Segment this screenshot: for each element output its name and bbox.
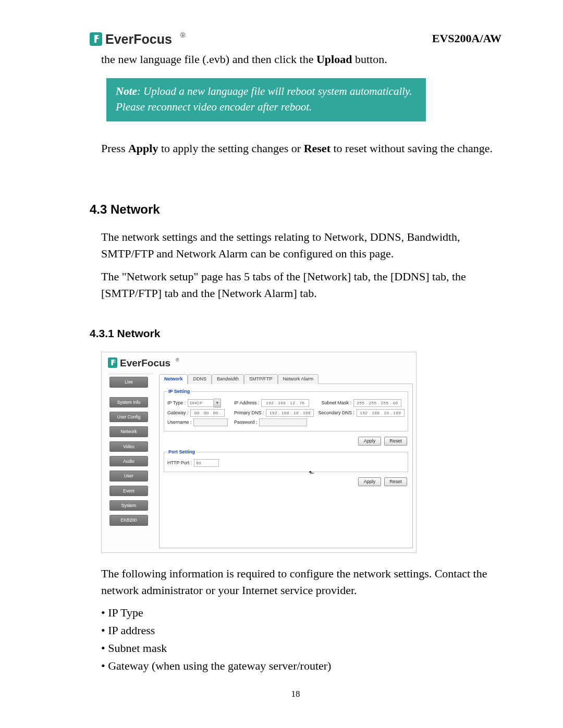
intro-bold-upload: Upload xyxy=(316,53,352,66)
label-ip-type: IP Type : xyxy=(167,400,186,406)
sidebar-item-ekb200[interactable]: EKB200 xyxy=(109,515,148,525)
tab-ddns[interactable]: DDNS xyxy=(188,374,212,384)
page-number: 18 xyxy=(90,688,501,701)
label-primary-dns: Primary DNS : xyxy=(234,410,264,416)
list-item: Subnet mask xyxy=(101,640,501,657)
primary-dns-field[interactable]: 192 . 168 . 10 . 188 xyxy=(266,409,314,417)
subnet-mask-field[interactable]: 255 . 255 . 255 . 00 xyxy=(353,399,401,407)
press-apply-line: Press Apply to apply the setting changes… xyxy=(101,140,501,157)
ss-sidebar: Live System Info User Config Network Vid… xyxy=(102,372,156,533)
required-info-list: IP Type IP address Subnet mask Gateway (… xyxy=(101,604,501,674)
http-port-field[interactable]: 80 xyxy=(194,459,219,467)
tab-bandwidth[interactable]: Bandwidth xyxy=(212,374,244,384)
tab-network-alarm[interactable]: Network Alarm xyxy=(278,374,319,384)
sidebar-item-network[interactable]: Network xyxy=(109,426,148,437)
sidebar-item-audio[interactable]: Audio xyxy=(109,456,148,466)
label-gateway: Gateway : xyxy=(167,410,189,416)
section-heading: 4.3 Network xyxy=(90,201,501,219)
note-text: : Upload a new language file will reboot… xyxy=(116,85,412,113)
list-item: IP Type xyxy=(101,604,501,621)
svg-point-1 xyxy=(97,36,100,38)
label-ip-address: IP Address : xyxy=(234,400,259,406)
press-reset-bold: Reset xyxy=(304,142,331,155)
sidebar-item-event[interactable]: Event xyxy=(109,486,148,496)
gateway-field[interactable]: 00 . 00 . 00 . 00 xyxy=(190,409,225,417)
username-field[interactable] xyxy=(193,418,228,426)
sidebar-item-video[interactable]: Video xyxy=(109,441,148,452)
ip-setting-legend: IP Setting xyxy=(167,388,191,395)
registered-mark: ® xyxy=(180,31,186,41)
reset-button-2[interactable]: Reset xyxy=(384,477,407,486)
reset-button[interactable]: Reset xyxy=(384,437,407,446)
port-setting-legend: Port Setting xyxy=(167,449,196,455)
sidebar-item-user-config[interactable]: User Config xyxy=(109,412,148,422)
label-subnet-mask: Subnet Mask : xyxy=(321,400,351,406)
apply-button-2[interactable]: Apply xyxy=(358,477,381,486)
sidebar-item-user[interactable]: User xyxy=(109,471,148,481)
network-settings-screenshot: EverFocus ® Live System Info User Config… xyxy=(101,352,417,552)
note-label: Note xyxy=(116,85,137,97)
subsection-heading: 4.3.1 Network xyxy=(90,326,501,341)
tab-smtp-ftp[interactable]: SMTP/FTP xyxy=(244,374,278,384)
label-secondary-dns: Secondary DNS : xyxy=(318,410,354,416)
ss-tabs: Network DDNS Bandwidth SMTP/FTP Network … xyxy=(159,374,413,383)
ip-type-select[interactable]: DHCP ▾ xyxy=(188,399,221,408)
apply-button[interactable]: Apply xyxy=(358,437,381,446)
intro-text: the new language file (.evb) and then cl… xyxy=(101,53,316,66)
intro-suffix: button. xyxy=(352,53,387,66)
sidebar-item-live[interactable]: Live xyxy=(109,377,148,387)
label-password: Password : xyxy=(234,419,258,426)
press-p1: Press xyxy=(101,142,128,155)
press-apply-bold: Apply xyxy=(128,142,158,155)
ip-setting-group: IP Setting IP Type : DHCP ▾ IP Address :… xyxy=(164,388,408,431)
port-setting-group: Port Setting HTTP Port : 80 xyxy=(164,449,408,472)
page-header: EverFocus ® EVS200A/AW xyxy=(90,30,501,48)
intro-line: the new language file (.evb) and then cl… xyxy=(101,51,501,68)
everfocus-logo: EverFocus ® xyxy=(90,30,186,48)
ss-main: Network DDNS Bandwidth SMTP/FTP Network … xyxy=(156,372,416,552)
ip-address-field[interactable]: 192 . 168 . 12 . 76 xyxy=(261,399,309,407)
note-box: Note: Upload a new language file will re… xyxy=(106,78,426,121)
svg-point-4 xyxy=(114,361,115,362)
model-number: EVS200A/AW xyxy=(432,30,501,47)
tab-network[interactable]: Network xyxy=(159,374,188,384)
section-body-1: The network settings and the settings re… xyxy=(101,229,501,262)
press-p2: to apply the setting changes or xyxy=(158,142,303,155)
list-item: Gateway (when using the gateway server/r… xyxy=(101,658,501,674)
chevron-down-icon[interactable]: ▾ xyxy=(214,399,221,408)
port-setting-buttons: Apply Reset xyxy=(164,476,408,489)
press-p3: to reset without saving the change. xyxy=(331,142,493,155)
sidebar-item-system[interactable]: System xyxy=(109,500,148,511)
secondary-dns-field[interactable]: 192 . 168 . 10 . 189 xyxy=(357,409,405,417)
ip-type-value: DHCP xyxy=(188,399,214,407)
list-item: IP address xyxy=(101,622,501,639)
after-ss-text: The following information is required to… xyxy=(101,565,501,599)
svg-text:EverFocus: EverFocus xyxy=(105,32,172,46)
ip-setting-buttons: Apply Reset xyxy=(164,436,408,449)
password-field[interactable] xyxy=(259,418,307,426)
label-username: Username : xyxy=(167,419,192,426)
ss-panel: IP Setting IP Type : DHCP ▾ IP Address :… xyxy=(159,384,413,548)
label-http-port: HTTP Port : xyxy=(167,460,192,466)
section-body-2: The "Network setup" page has 5 tabs of t… xyxy=(101,268,501,302)
cursor-icon: ⬑ xyxy=(309,468,314,478)
sidebar-item-system-info[interactable]: System Info xyxy=(109,397,148,408)
svg-text:EverFocus: EverFocus xyxy=(120,357,170,368)
ss-registered-mark: ® xyxy=(176,357,179,364)
ss-logo-row: EverFocus ® xyxy=(102,352,416,372)
